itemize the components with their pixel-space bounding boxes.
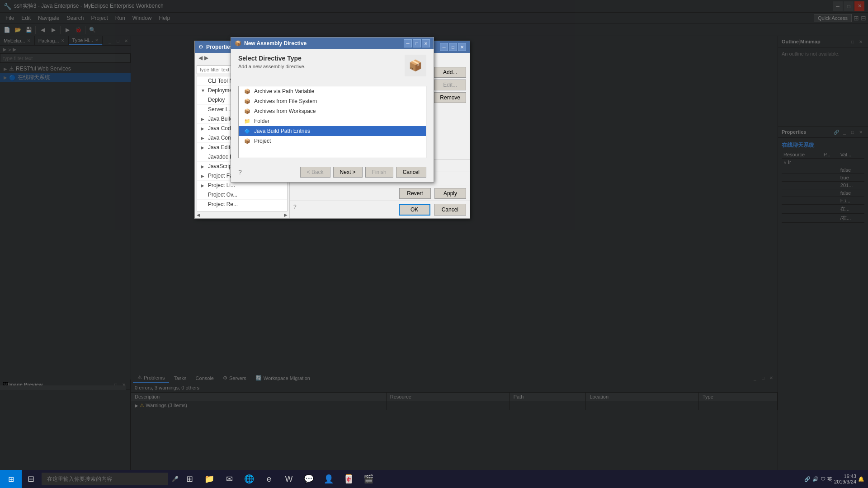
properties-dialog-title: Properties (206, 44, 233, 50)
taskbar-movie[interactable]: 🎬 (359, 470, 377, 488)
assembly-dialog: 📦 New Assembly Directive ─ □ ✕ Select Di… (231, 37, 434, 183)
directive-archives-fs[interactable]: 📦 Archives from File System (239, 96, 426, 106)
folder-label: Folder (254, 118, 269, 124)
taskbar-ime-icon[interactable]: 英 (827, 476, 832, 483)
assembly-title-controls: ─ □ ✕ (404, 39, 430, 47)
remove-button[interactable]: Remove (434, 92, 466, 103)
directive-java-build-path[interactable]: 🔷 Java Build Path Entries (239, 126, 426, 136)
start-button[interactable]: ⊞ (0, 470, 22, 488)
projov-label: Project Ov... (208, 192, 237, 198)
taskbar-word[interactable]: W (280, 470, 298, 488)
nav-arrows: ◀ ▶ (195, 211, 289, 218)
java-build-label: Java Build Path Entries (254, 128, 310, 134)
taskbar-explorer[interactable]: 📁 (200, 470, 218, 488)
ok-cancel-area: ? OK Cancel (290, 201, 470, 218)
taskbar-wechat[interactable]: 💬 (300, 470, 318, 488)
archives-fs-icon: 📦 (244, 99, 250, 104)
assembly-body: Select Directive Type Add a new assembly… (231, 49, 434, 182)
props-item-projov[interactable]: Project Ov... (197, 190, 287, 200)
taskbar-ie[interactable]: e (260, 470, 278, 488)
ok-button[interactable]: OK (399, 204, 430, 216)
taskbar-right: 🔗 🔊 🛡 英 16:43 2019/3/24 🔔 (804, 474, 868, 484)
directive-archive-path[interactable]: 📦 Archive via Path Variable (239, 86, 426, 96)
breadcrumb-fwd[interactable]: ▶ (204, 55, 208, 61)
taskbar-apps: ⊞ 📁 ✉ 🌐 e W 💬 👤 🀄 🎬 (179, 470, 379, 488)
taskbar-multitask[interactable]: ⊞ (180, 470, 198, 488)
assembly-header: Select Directive Type Add a new assembly… (231, 49, 434, 82)
folder-icon: 📁 (244, 118, 250, 124)
properties-max-btn[interactable]: □ (449, 43, 457, 51)
back-button[interactable]: < Back (300, 167, 330, 178)
taskbar-contacts[interactable]: 👤 (320, 470, 338, 488)
revert-apply-area: Revert Apply (290, 186, 470, 201)
assembly-close-btn[interactable]: ✕ (422, 39, 430, 47)
archives-fs-label: Archives from File System (254, 98, 317, 104)
archives-ws-label: Archives from Workspace (254, 108, 316, 114)
assembly-nav-buttons: < Back Next > Finish Cancel (300, 167, 426, 178)
next-button[interactable]: Next > (333, 167, 363, 178)
props-sidebar-buttons: Add... Edit... Remove (430, 63, 470, 160)
assembly-help-icon[interactable]: ? (238, 169, 242, 176)
javacode-arrow: ▶ (201, 126, 206, 131)
properties-title-controls: ─ □ ✕ (440, 43, 466, 51)
directive-project[interactable]: 📦 Project (239, 136, 426, 146)
javaeditor-arrow: ▶ (201, 145, 206, 150)
javabuild-arrow: ▶ (201, 117, 206, 122)
assembly-header-text: Select Directive Type Add a new assembly… (238, 55, 399, 69)
taskbar-shield-icon[interactable]: 🛡 (821, 476, 826, 482)
js-arrow: ▶ (201, 164, 206, 169)
apply-button[interactable]: Apply (434, 188, 466, 199)
cancel-button[interactable]: Cancel (434, 204, 466, 216)
time-value: 16:43 (844, 474, 856, 479)
directive-folder[interactable]: 📁 Folder (239, 116, 426, 126)
breadcrumb-back[interactable]: ◀ (198, 55, 203, 61)
projlib-arrow: ▶ (201, 183, 206, 188)
taskbar-search[interactable] (42, 473, 168, 485)
deploy-arrow: ▼ (201, 88, 206, 93)
assembly-title-bar: 📦 New Assembly Directive ─ □ ✕ (231, 38, 434, 49)
taskbar-mail[interactable]: ✉ (220, 470, 238, 488)
directive-list: 📦 Archive via Path Variable 📦 Archives f… (238, 86, 426, 158)
date-value: 2019/3/24 (834, 479, 856, 484)
finish-button[interactable]: Finish (365, 167, 393, 178)
assembly-main-title: Select Directive Type (238, 55, 399, 62)
taskbar-chrome[interactable]: 🌐 (240, 470, 258, 488)
java-build-icon: 🔷 (244, 128, 250, 134)
nav-right[interactable]: ▶ (284, 212, 288, 217)
taskbar-network-icon[interactable]: 🔗 (804, 476, 811, 482)
projlib-label: Project Li... (208, 182, 235, 188)
assembly-description: Add a new assembly directive. (238, 64, 399, 69)
properties-min-btn[interactable]: ─ (440, 43, 448, 51)
nav-left[interactable]: ◀ (197, 212, 200, 217)
assembly-min-btn[interactable]: ─ (404, 39, 412, 47)
js-label: JavaScript (208, 163, 233, 169)
taskbar: ⊞ ⊟ 🎤 ⊞ 📁 ✉ 🌐 e W 💬 👤 🀄 🎬 🔗 🔊 🛡 英 16:43 … (0, 470, 868, 488)
javacomp-arrow: ▶ (201, 136, 206, 141)
add-button[interactable]: Add... (434, 67, 466, 78)
properties-close-btn[interactable]: ✕ (458, 43, 466, 51)
archives-ws-icon: 📦 (244, 108, 250, 114)
assembly-dialog-icon: 📦 (235, 40, 241, 47)
mic-icon[interactable]: 🎤 (172, 476, 179, 482)
assembly-dialog-title: New Assembly Directive (244, 40, 307, 47)
directive-archives-ws[interactable]: 📦 Archives from Workspace (239, 106, 426, 116)
notification-icon[interactable]: 🔔 (858, 476, 864, 482)
edit-button[interactable]: Edit... (434, 80, 466, 90)
project-directive-icon: 📦 (244, 138, 250, 144)
cancel-nav-button[interactable]: Cancel (396, 167, 426, 178)
time-display[interactable]: 16:43 2019/3/24 (834, 474, 856, 484)
assembly-max-btn[interactable]: □ (413, 39, 421, 47)
taskbar-volume-icon[interactable]: 🔊 (812, 476, 819, 482)
properties-title-left: ⚙ Properties (198, 44, 233, 50)
taskbar-mahjong[interactable]: 🀄 (340, 470, 358, 488)
assembly-footer: ? < Back Next > Finish Cancel (231, 162, 434, 182)
taskview-icon[interactable]: ⊟ (22, 470, 40, 488)
props-item-projref[interactable]: Project Re... (197, 200, 287, 209)
revert-button[interactable]: Revert (399, 188, 431, 199)
deploy-sub2-label: Server L... (208, 106, 233, 113)
assembly-header-icon: 📦 (405, 55, 426, 76)
help-icon[interactable]: ? (293, 204, 297, 216)
archive-path-label: Archive via Path Variable (254, 88, 314, 94)
archive-path-icon: 📦 (244, 89, 250, 94)
projref-label: Project Re... (208, 201, 238, 207)
